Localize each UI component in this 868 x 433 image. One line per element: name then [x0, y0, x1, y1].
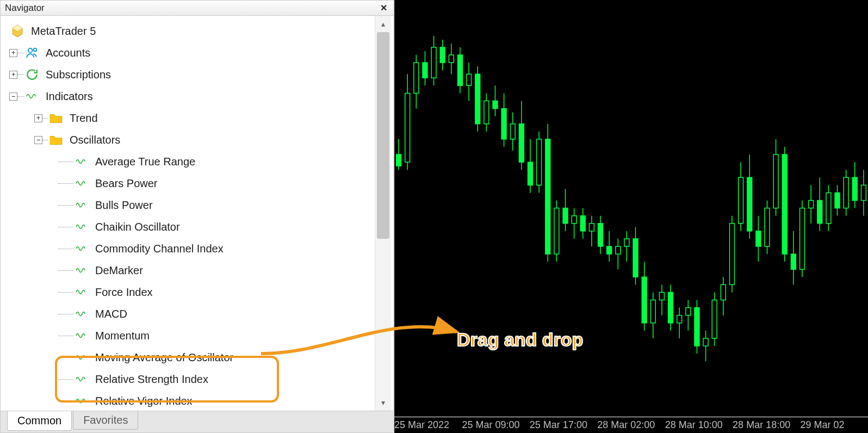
people-icon — [24, 46, 40, 60]
tree-label: DeMarker — [95, 264, 143, 277]
tree-label: Relative Strength Index — [95, 373, 208, 386]
tab-favorites[interactable]: Favorites — [73, 411, 138, 430]
tree-label: Subscriptions — [46, 69, 111, 81]
svg-rect-37 — [545, 139, 550, 254]
tree-label: Bulls Power — [95, 199, 153, 212]
annotation-text: Drag and drop — [457, 329, 583, 350]
chart-area[interactable]: 25 Mar 202225 Mar 09:0025 Mar 17:0028 Ma… — [394, 0, 868, 433]
wave-icon — [73, 243, 90, 255]
wave-icon — [73, 373, 90, 385]
close-icon[interactable]: ✕ — [377, 2, 390, 14]
svg-rect-71 — [695, 308, 699, 346]
scrollbar[interactable]: ▴ ▾ — [375, 16, 391, 411]
tree-label: Chaikin Oscillator — [95, 221, 180, 233]
svg-rect-15 — [449, 55, 454, 63]
expander-minus-icon[interactable]: − — [9, 92, 17, 101]
svg-rect-35 — [537, 139, 542, 185]
tree-item-oscillator[interactable]: Force Index — [4, 281, 373, 303]
tree-item-oscillator[interactable]: Relative Vigor Index — [4, 390, 373, 411]
tree-item-oscillator[interactable]: MACD — [4, 303, 373, 325]
navigator-body: MetaTrader 5 + Accounts + Subscriptions — [1, 16, 393, 411]
svg-rect-95 — [800, 208, 805, 270]
svg-rect-105 — [844, 177, 848, 208]
tree-label: Momentum — [95, 330, 150, 342]
svg-rect-91 — [782, 154, 787, 254]
svg-rect-43 — [572, 216, 576, 224]
scroll-thumb[interactable] — [377, 32, 389, 239]
tab-common[interactable]: Common — [7, 411, 72, 431]
time-label: 25 Mar 09:00 — [462, 419, 529, 431]
svg-rect-93 — [791, 254, 796, 269]
tree-item-oscillator[interactable]: Commodity Channel Index — [4, 238, 373, 259]
svg-rect-55 — [624, 239, 629, 246]
tree-item-oscillator[interactable]: Chaikin Oscillator — [4, 216, 373, 238]
navigator-titlebar[interactable]: Navigator ✕ — [1, 1, 393, 16]
time-label: 28 Mar 02:00 — [597, 419, 665, 431]
svg-rect-51 — [607, 246, 612, 254]
svg-rect-59 — [642, 277, 647, 323]
folder-icon — [48, 133, 64, 147]
svg-rect-81 — [739, 177, 743, 223]
svg-rect-77 — [721, 284, 726, 300]
time-label: 29 Mar 02 — [801, 419, 868, 431]
svg-point-0 — [28, 48, 33, 53]
tree-root[interactable]: MetaTrader 5 — [4, 20, 373, 42]
tree-item-accounts[interactable]: + Accounts — [4, 42, 373, 64]
wave-icon — [73, 330, 90, 342]
tree-label: MACD — [95, 308, 127, 320]
scroll-up-icon[interactable]: ▴ — [375, 17, 391, 31]
tree-label: Accounts — [46, 47, 90, 59]
svg-rect-21 — [475, 74, 480, 124]
wave-icon — [24, 90, 40, 102]
tree-label: Trend — [70, 112, 98, 125]
tree-item-oscillator[interactable]: Average True Range — [4, 151, 373, 172]
candlestick-svg — [394, 0, 868, 416]
tree-item-oscillator[interactable]: DeMarker — [4, 259, 373, 281]
refresh-icon — [24, 67, 40, 82]
svg-rect-25 — [493, 101, 498, 108]
svg-rect-97 — [809, 200, 814, 208]
navigator-title: Navigator — [5, 3, 45, 14]
navigator-tree[interactable]: MetaTrader 5 + Accounts + Subscriptions — [1, 16, 375, 411]
svg-rect-53 — [616, 246, 621, 254]
tree-label: Force Index — [95, 286, 153, 299]
folder-icon — [48, 111, 64, 125]
tree-label: Average True Range — [95, 156, 195, 168]
wave-icon — [73, 308, 90, 320]
tree-label: Bears Power — [95, 177, 158, 190]
svg-rect-17 — [458, 55, 463, 85]
svg-rect-33 — [528, 162, 533, 185]
svg-point-1 — [34, 48, 37, 52]
svg-rect-61 — [650, 300, 655, 323]
wave-icon — [73, 286, 90, 298]
tree-item-subscriptions[interactable]: + Subscriptions — [4, 64, 373, 85]
wave-icon — [73, 351, 90, 363]
svg-rect-63 — [660, 292, 665, 300]
tree-item-oscillator[interactable]: Momentum — [4, 325, 373, 347]
expander-minus-icon[interactable]: − — [34, 136, 42, 144]
svg-rect-107 — [852, 177, 857, 200]
tree-folder-trend[interactable]: + Trend — [4, 107, 373, 129]
svg-rect-31 — [519, 124, 524, 162]
tree-folder-oscillators[interactable]: − Oscillators — [4, 129, 373, 151]
expander-plus-icon[interactable]: + — [34, 114, 42, 122]
tree-label: Relative Vigor Index — [95, 395, 193, 407]
svg-rect-79 — [730, 224, 735, 285]
tree-item-oscillator[interactable]: Relative Strength Index — [4, 368, 373, 390]
wave-icon — [73, 221, 90, 233]
expander-plus-icon[interactable]: + — [9, 71, 17, 79]
scroll-down-icon[interactable]: ▾ — [375, 395, 391, 410]
svg-rect-9 — [423, 63, 427, 78]
tree-item-oscillator[interactable]: Bears Power — [4, 172, 373, 194]
svg-rect-75 — [712, 300, 717, 338]
tree-item-oscillator[interactable]: Bulls Power — [4, 194, 373, 216]
wave-icon — [73, 395, 90, 407]
svg-rect-29 — [510, 124, 515, 139]
expander-plus-icon[interactable]: + — [9, 49, 17, 57]
tree-item-oscillator[interactable]: Moving Average of Oscillator — [4, 347, 373, 368]
tree-item-indicators[interactable]: − Indicators — [4, 85, 373, 107]
tree-root-label: MetaTrader 5 — [31, 25, 96, 38]
svg-rect-47 — [589, 224, 594, 231]
tree-label: Indicators — [46, 90, 93, 103]
svg-rect-101 — [826, 193, 831, 223]
